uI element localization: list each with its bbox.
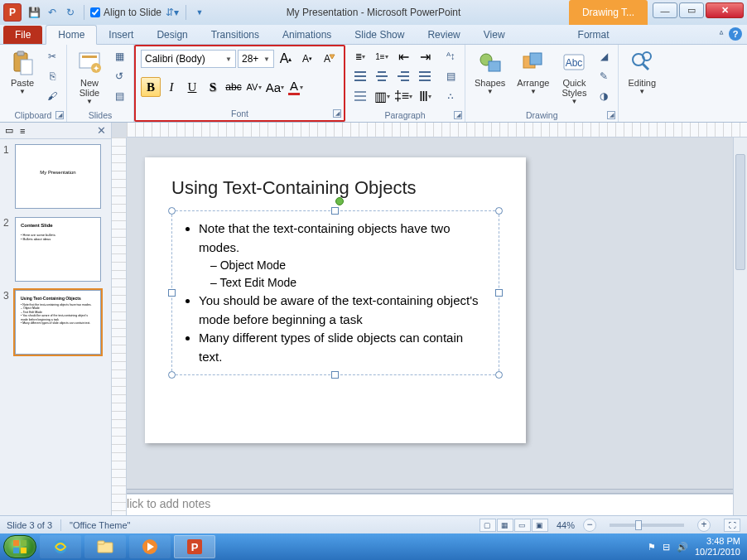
tab-review[interactable]: Review: [416, 26, 471, 44]
maximize-button[interactable]: ▭: [679, 2, 704, 18]
slideshow-view-button[interactable]: ▣: [532, 519, 548, 532]
thumbnail-slide[interactable]: Content Slide • Here are some bullets • …: [15, 217, 101, 282]
resize-handle[interactable]: [495, 207, 503, 215]
undo-icon[interactable]: ↶: [45, 5, 60, 20]
align-dropdown-icon[interactable]: ⇵▾: [165, 5, 180, 20]
taskbar-ie-icon[interactable]: [40, 535, 81, 558]
clipboard-dialog-launcher[interactable]: ◢: [55, 111, 64, 119]
taskbar-clock[interactable]: 3:48 PM 10/21/2010: [695, 536, 740, 558]
zoom-slider-knob[interactable]: [635, 520, 642, 530]
resize-handle[interactable]: [331, 371, 339, 379]
resize-handle[interactable]: [331, 207, 339, 215]
clear-formatting-button[interactable]: A: [319, 49, 339, 69]
rotation-handle[interactable]: [335, 197, 344, 205]
sub-bullet-item[interactable]: Object Mode: [210, 257, 487, 274]
start-button[interactable]: [3, 535, 36, 558]
bullet-item[interactable]: Many different types of slide objects ca…: [199, 329, 487, 366]
save-icon[interactable]: 💾: [27, 5, 41, 20]
shapes-button[interactable]: Shapes▼: [470, 47, 509, 98]
shadow-button[interactable]: S: [203, 77, 223, 97]
resize-handle[interactable]: [495, 289, 503, 297]
thumbnail-slide[interactable]: Using Text-Containing Objects • Note tha…: [15, 290, 101, 355]
thumbnail-item[interactable]: 3 Using Text-Containing Objects • Note t…: [3, 290, 108, 355]
tab-slideshow[interactable]: Slide Show: [343, 26, 416, 44]
notes-pane[interactable]: Click to add notes: [112, 494, 747, 515]
tab-insert[interactable]: Insert: [97, 26, 145, 44]
bullets-button[interactable]: ≣▾: [350, 47, 370, 65]
slide-title[interactable]: Using Text-Containing Objects: [171, 177, 499, 199]
decrease-indent-button[interactable]: ⇤: [393, 47, 413, 65]
shape-fill-button[interactable]: ◢: [595, 47, 613, 65]
bullet-item[interactable]: You should be aware of the text-containi…: [199, 292, 487, 329]
zoom-in-button[interactable]: +: [697, 519, 711, 532]
taskbar-wmp-icon[interactable]: [129, 535, 171, 558]
italic-button[interactable]: I: [161, 77, 181, 97]
copy-button[interactable]: ⎘: [43, 67, 61, 85]
minimize-button[interactable]: —: [653, 2, 677, 18]
align-right-button[interactable]: [393, 67, 413, 85]
taskbar-explorer-icon[interactable]: [84, 535, 126, 558]
redo-icon[interactable]: ↻: [63, 5, 78, 20]
editing-button[interactable]: Editing▼: [624, 47, 660, 98]
thumbnail-item[interactable]: 1 My Presentation: [3, 144, 108, 209]
file-tab[interactable]: File: [3, 26, 42, 44]
justify-button[interactable]: [415, 67, 435, 85]
cut-button[interactable]: ✂: [43, 47, 61, 65]
tray-network-icon[interactable]: ⊟: [663, 542, 670, 553]
minimize-ribbon-icon[interactable]: ᐞ: [719, 29, 724, 40]
qat-customize-icon[interactable]: ▼: [192, 5, 207, 20]
char-spacing-button[interactable]: A͏V▾: [244, 77, 264, 97]
shrink-font-button[interactable]: A▾: [297, 49, 317, 69]
layout-button[interactable]: ▦: [110, 47, 128, 65]
font-size-selector[interactable]: 28+▼: [238, 50, 274, 68]
align-left2-button[interactable]: [350, 87, 370, 105]
reset-button[interactable]: ↺: [110, 67, 128, 85]
font-name-selector[interactable]: Calibri (Body)▼: [141, 50, 236, 68]
close-pane-icon[interactable]: ✕: [97, 124, 106, 137]
new-slide-button[interactable]: ✦ New Slide▼: [72, 47, 107, 108]
fit-to-window-button[interactable]: ⛶: [724, 519, 740, 532]
zoom-slider[interactable]: [610, 524, 684, 527]
resize-handle[interactable]: [168, 371, 176, 379]
font-color-button[interactable]: A▾: [286, 77, 306, 97]
zoom-out-button[interactable]: −: [583, 519, 596, 532]
outline-tab-icon[interactable]: ≡: [20, 126, 25, 136]
contextual-tab-drawing[interactable]: Drawing T...: [569, 0, 648, 25]
resize-handle[interactable]: [168, 289, 176, 297]
shape-outline-button[interactable]: ✎: [595, 67, 613, 85]
bullet-item[interactable]: Note that the text-containing objects ha…: [199, 220, 487, 292]
text-direction2-button[interactable]: ᴬ↕: [441, 47, 460, 65]
slide[interactable]: Using Text-Containing Objects Note that …: [145, 157, 526, 443]
taskbar-powerpoint-icon[interactable]: P: [174, 535, 215, 558]
slides-tab-icon[interactable]: ▭: [5, 125, 13, 136]
shape-effects-button[interactable]: ◑: [595, 87, 613, 105]
line-spacing-button[interactable]: ‡≡▾: [393, 87, 413, 105]
change-case-button[interactable]: Aa▾: [265, 77, 285, 97]
text-direction-button[interactable]: Ⅲ▾: [415, 87, 435, 105]
convert-smartart-button[interactable]: ⛬: [441, 87, 460, 105]
underline-button[interactable]: U: [182, 77, 202, 97]
align-to-slide-checkbox[interactable]: [90, 7, 100, 17]
reading-view-button[interactable]: ▭: [514, 519, 531, 532]
columns-button[interactable]: ▥▾: [372, 87, 392, 105]
vertical-scrollbar[interactable]: [733, 138, 747, 515]
sub-bullet-item[interactable]: Text Edit Mode: [210, 274, 487, 292]
paste-button[interactable]: Paste▼: [5, 47, 40, 98]
close-button[interactable]: ✕: [706, 2, 744, 18]
normal-view-button[interactable]: ▢: [480, 519, 496, 532]
help-icon[interactable]: ?: [729, 27, 742, 41]
bold-button[interactable]: B: [141, 77, 161, 97]
section-button[interactable]: ▤: [110, 87, 128, 105]
align-text-button[interactable]: ▤: [441, 67, 460, 85]
zoom-percent[interactable]: 44%: [557, 520, 575, 530]
strikethrough-button[interactable]: abc: [224, 77, 243, 97]
increase-indent-button[interactable]: ⇥: [415, 47, 435, 65]
drawing-dialog-launcher[interactable]: ◢: [607, 111, 615, 119]
paragraph-dialog-launcher[interactable]: ◢: [454, 111, 462, 119]
tab-format[interactable]: Format: [566, 26, 621, 44]
tray-volume-icon[interactable]: 🔊: [677, 542, 688, 553]
tray-flag-icon[interactable]: ⚑: [648, 542, 656, 553]
sorter-view-button[interactable]: ▦: [497, 519, 513, 532]
align-left-button[interactable]: [350, 67, 370, 85]
tab-view[interactable]: View: [472, 26, 517, 44]
